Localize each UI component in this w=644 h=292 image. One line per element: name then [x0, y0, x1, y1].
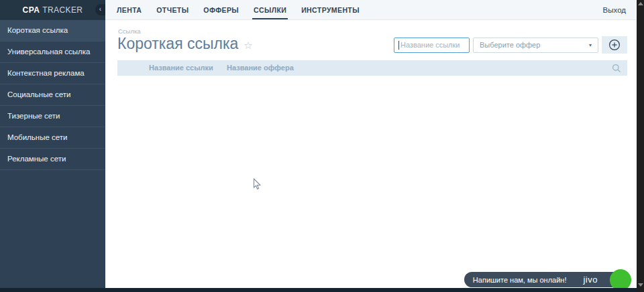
offer-select-dropdown[interactable]: Выберите оффер ▾ [473, 38, 598, 53]
sidebar-item-label: Контекстная реклама [7, 69, 85, 77]
sidebar-item-label: Социальные сети [7, 90, 70, 98]
jivo-logo: jivo [583, 275, 598, 285]
chat-widget[interactable]: Напишите нам, мы онлайн! jivo [464, 272, 625, 288]
page-title: Короткая ссылка [117, 35, 238, 53]
link-name-input[interactable] [394, 38, 470, 53]
sidebar-item-mobile-networks[interactable]: Мобильные сети [0, 127, 105, 149]
scrollbar-down-arrow-icon[interactable] [638, 283, 643, 287]
search-icon[interactable] [612, 64, 621, 76]
sidebar-collapse-button[interactable]: ‹ [95, 4, 105, 15]
tab-label: ОТЧЕТЫ [156, 6, 189, 14]
sidebar-item-teaser-networks[interactable]: Тизерные сети [0, 106, 105, 127]
brand-logo-rest: TRACKER [42, 5, 83, 15]
chat-message: Напишите нам, мы онлайн! [473, 276, 567, 284]
sidebar-item-label: Короткая ссылка [7, 26, 68, 34]
sidebar: CPA TRACKER ‹ Короткая ссылка Универсаль… [0, 0, 105, 288]
sidebar-item-social-networks[interactable]: Социальные сети [0, 84, 105, 106]
plus-circle-icon [608, 39, 621, 51]
sidebar-item-label: Универсальная ссылка [7, 48, 91, 56]
brand-logo-bold: CPA [23, 5, 40, 15]
column-header-link-name[interactable]: Название ссылки [149, 60, 213, 76]
tab-reports[interactable]: ОТЧЕТЫ [149, 0, 196, 19]
table-header: Название ссылки Название оффера [117, 60, 627, 76]
tab-links[interactable]: ССЫЛКИ [246, 0, 294, 19]
sidebar-item-universal-link[interactable]: Универсальная ссылка [0, 42, 105, 63]
tab-label: ОФФЕРЫ [203, 6, 239, 14]
chevron-down-icon: ▾ [589, 42, 592, 48]
chat-pill[interactable]: Напишите нам, мы онлайн! jivo [464, 272, 625, 287]
tab-label: ССЫЛКИ [254, 6, 286, 14]
app-window: CPA TRACKER ‹ Короткая ссылка Универсаль… [0, 0, 644, 292]
sidebar-item-short-link[interactable]: Короткая ссылка [0, 20, 105, 42]
favorite-star-icon[interactable]: ☆ [244, 40, 252, 52]
top-navigation: ЛЕНТА ОТЧЕТЫ ОФФЕРЫ ССЫЛКИ ИНСТРУМЕНТЫ В… [105, 0, 636, 20]
sidebar-item-contextual-ads[interactable]: Контекстная реклама [0, 63, 105, 84]
sidebar-item-label: Рекламные сети [7, 155, 66, 163]
tab-label: ИНСТРУМЕНТЫ [301, 6, 360, 14]
filter-controls: Выберите оффер ▾ [394, 36, 627, 54]
tab-feed[interactable]: ЛЕНТА [109, 0, 149, 19]
window-bottom-bar [0, 288, 644, 292]
sidebar-item-label: Мобильные сети [7, 133, 67, 141]
add-link-button[interactable] [602, 36, 627, 54]
chevron-left-icon: ‹ [99, 5, 102, 13]
sidebar-header: CPA TRACKER ‹ [0, 0, 105, 20]
text-caret [398, 41, 399, 50]
logout-link[interactable]: Выход [603, 0, 636, 19]
vertical-scrollbar[interactable] [637, 0, 644, 292]
tab-label: ЛЕНТА [117, 6, 142, 14]
sidebar-item-ad-networks[interactable]: Рекламные сети [0, 149, 105, 170]
breadcrumb: Ссылка [118, 27, 141, 35]
sidebar-item-label: Тизерные сети [7, 112, 60, 120]
column-header-offer-name[interactable]: Название оффера [227, 60, 294, 76]
main-content: Ссылка Короткая ссылка ☆ Выберите оффер … [105, 21, 636, 288]
tab-offers[interactable]: ОФФЕРЫ [196, 0, 246, 19]
offer-select-value: Выберите оффер [480, 41, 540, 49]
tab-tools[interactable]: ИНСТРУМЕНТЫ [294, 0, 367, 19]
scrollbar-up-arrow-icon[interactable] [638, 2, 643, 5]
